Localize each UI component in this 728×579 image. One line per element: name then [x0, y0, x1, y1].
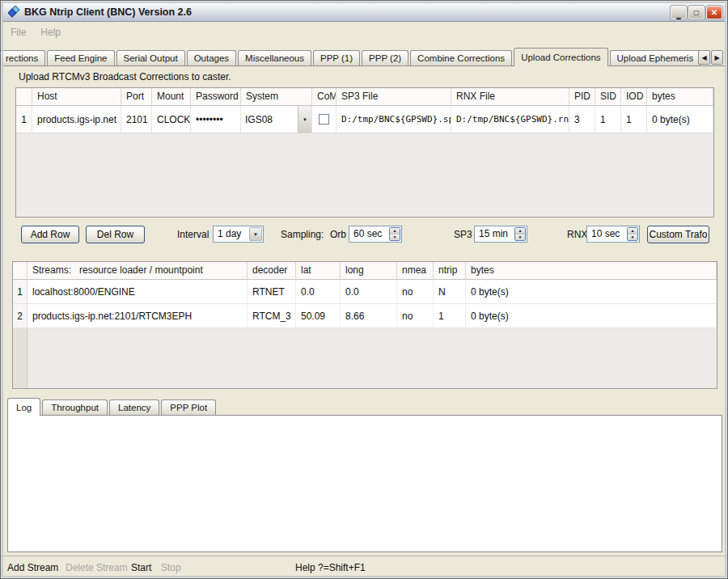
stream-decoder-cell[interactable]: RTCM_3 — [248, 304, 296, 328]
maximize-button[interactable]: ▢ — [688, 6, 705, 19]
window-title: BKG Ntrip Client (BNC) Version 2.6 — [24, 3, 192, 22]
menu-bar: File Help — [3, 23, 725, 41]
tab-upload-corrections[interactable]: Upload Corrections — [514, 48, 607, 66]
upload-table-header: Host Port Mount Password System CoM SP3 … — [16, 88, 713, 106]
tab-corrections[interactable]: rections — [0, 50, 45, 66]
rnx-sampling-spinbox[interactable]: 10 sec ▲ ▼ — [586, 226, 640, 243]
tab-feed-engine[interactable]: Feed Engine — [47, 50, 114, 66]
start-button[interactable]: Start — [131, 562, 151, 573]
system-combobox-value: IGS08 — [241, 114, 273, 125]
del-row-button[interactable]: Del Row — [86, 226, 145, 243]
tab-log[interactable]: Log — [7, 398, 40, 416]
sp3-sampling-spinbox[interactable]: 15 min ▲ ▼ — [474, 226, 527, 243]
upload-table-row: 1 products.igs-ip.net 2101 CLOCK •••••••… — [16, 106, 713, 133]
tab-miscellaneous[interactable]: Miscellaneous — [238, 50, 311, 66]
streams-header-decoder: decoder — [248, 262, 296, 280]
stream-long-cell[interactable]: 0.0 — [341, 280, 397, 304]
tab-serial-output[interactable]: Serial Output — [116, 50, 185, 66]
interval-dropdown-button[interactable]: ▼ — [249, 227, 262, 241]
stream-mountpoint-cell[interactable]: products.igs-ip.net:2101/RTCM3EPH — [28, 304, 248, 328]
stream-ntrip-cell[interactable]: N — [434, 280, 466, 304]
mount-cell[interactable]: CLOCK — [152, 106, 191, 133]
chevron-down-icon: ▼ — [253, 232, 258, 237]
sp3-sampling-value: 15 min — [479, 226, 508, 242]
maximize-icon: ▢ — [693, 10, 700, 16]
streams-header-long: long — [341, 262, 397, 280]
close-button[interactable]: ✕ — [706, 6, 722, 19]
stream-nmea-cell[interactable]: no — [397, 304, 434, 328]
sid-cell[interactable]: 1 — [595, 106, 621, 133]
stream-row[interactable]: 1 localhost:8000/ENGINE RTNET 0.0 0.0 no… — [13, 280, 717, 304]
streams-table-header: Streams: resource loader / mountpoint de… — [13, 262, 717, 280]
rnx-spin-buttons[interactable]: ▲ ▼ — [627, 227, 638, 241]
streams-header-nmea: nmea — [397, 262, 434, 280]
stream-row-number: 1 — [13, 280, 28, 304]
orb-label: Orb — [330, 229, 346, 240]
com-checkbox[interactable] — [319, 114, 329, 125]
menu-help[interactable]: Help — [33, 25, 68, 40]
add-row-button[interactable]: Add Row — [21, 226, 79, 243]
upload-header-password: Password — [191, 88, 241, 106]
log-output-area[interactable] — [7, 415, 722, 552]
upload-description: Upload RTCMv3 Broadcast Corrections to c… — [19, 71, 231, 82]
streams-row-number-column — [13, 328, 28, 388]
password-cell[interactable]: •••••••• — [191, 106, 241, 133]
stream-ntrip-cell[interactable]: 1 — [434, 304, 466, 328]
rnx-file-cell[interactable]: D:/tmp/BNC${GPSWD}.rnx — [451, 106, 569, 133]
minimize-button[interactable]: ▂ — [671, 6, 687, 19]
tab-outages[interactable]: Outages — [187, 50, 236, 66]
system-combobox[interactable]: IGS08 ▼ — [241, 106, 312, 133]
pid-cell[interactable]: 3 — [569, 106, 595, 133]
chevron-down-icon: ▼ — [303, 117, 307, 122]
status-bar: Add Stream Delete Stream Start Stop Help… — [1, 556, 727, 578]
close-icon: ✕ — [711, 9, 717, 17]
tab-scroll-right-icon: ▶ — [714, 54, 719, 61]
sampling-label: Sampling: — [281, 229, 324, 240]
streams-header-corner — [13, 262, 28, 280]
spin-down-icon: ▼ — [628, 235, 637, 240]
upload-header-pid: PID — [569, 88, 595, 106]
rnx-sampling-value: 10 sec — [591, 226, 620, 242]
stream-nmea-cell[interactable]: no — [397, 280, 434, 304]
tab-latency[interactable]: Latency — [109, 399, 159, 415]
stop-button[interactable]: Stop — [161, 562, 181, 573]
tab-upload-ephemeris[interactable]: Upload Ephemeris — [610, 50, 701, 66]
interval-combobox-value: 1 day — [218, 226, 241, 242]
tab-combine-corrections[interactable]: Combine Corrections — [410, 50, 512, 66]
iod-cell[interactable]: 1 — [621, 106, 647, 133]
tab-ppp-2[interactable]: PPP (2) — [362, 50, 408, 66]
port-cell[interactable]: 2101 — [121, 106, 152, 133]
tab-scroll-left-button[interactable]: ◀ — [698, 50, 710, 65]
dropdown-button[interactable]: ▼ — [298, 106, 311, 133]
stream-long-cell[interactable]: 8.66 — [341, 304, 397, 328]
orb-sampling-spinbox[interactable]: 60 sec ▲ ▼ — [349, 226, 402, 243]
stream-mountpoint-cell[interactable]: localhost:8000/ENGINE — [28, 280, 248, 304]
sp3-spin-buttons[interactable]: ▲ ▼ — [514, 227, 526, 241]
stream-decoder-cell[interactable]: RTNET — [248, 280, 296, 304]
delete-stream-button[interactable]: Delete Stream — [66, 562, 128, 573]
tab-ppp-1[interactable]: PPP (1) — [313, 50, 360, 66]
host-cell[interactable]: products.igs-ip.net — [32, 106, 121, 133]
interval-combobox[interactable]: 1 day ▼ — [213, 226, 264, 243]
stream-lat-cell[interactable]: 0.0 — [296, 280, 341, 304]
tab-scroll-right-button[interactable]: ▶ — [711, 50, 723, 65]
custom-trafo-button[interactable]: Custom Trafo — [647, 226, 709, 243]
menu-file[interactable]: File — [3, 25, 33, 40]
sp3-file-cell[interactable]: D:/tmp/BNC${GPSWD}.sp3 — [336, 106, 451, 133]
tab-throughput[interactable]: Throughput — [42, 399, 108, 415]
tab-scroll-buttons: ◀ ▶ — [698, 50, 723, 65]
title-bar[interactable]: BKG Ntrip Client (BNC) Version 2.6 ▂ ▢ ✕ — [3, 3, 725, 22]
sp3-sampling-label: SP3 — [454, 229, 472, 240]
streams-table-empty-area — [13, 328, 717, 388]
upload-corrections-table: Host Port Mount Password System CoM SP3 … — [15, 87, 714, 218]
streams-header-mountpoint: Streams: resource loader / mountpoint — [28, 262, 248, 280]
tab-scroll-left-icon: ◀ — [701, 54, 706, 61]
add-stream-button[interactable]: Add Stream — [7, 562, 58, 573]
minimize-icon: ▂ — [676, 13, 680, 19]
stream-lat-cell[interactable]: 50.09 — [296, 304, 341, 328]
stream-row[interactable]: 2 products.igs-ip.net:2101/RTCM3EPH RTCM… — [13, 304, 717, 328]
upload-bytes-cell: 0 byte(s) — [647, 106, 713, 133]
streams-header-bytes: bytes — [466, 262, 717, 280]
orb-spin-buttons[interactable]: ▲ ▼ — [389, 227, 400, 241]
tab-ppp-plot[interactable]: PPP Plot — [161, 399, 216, 415]
